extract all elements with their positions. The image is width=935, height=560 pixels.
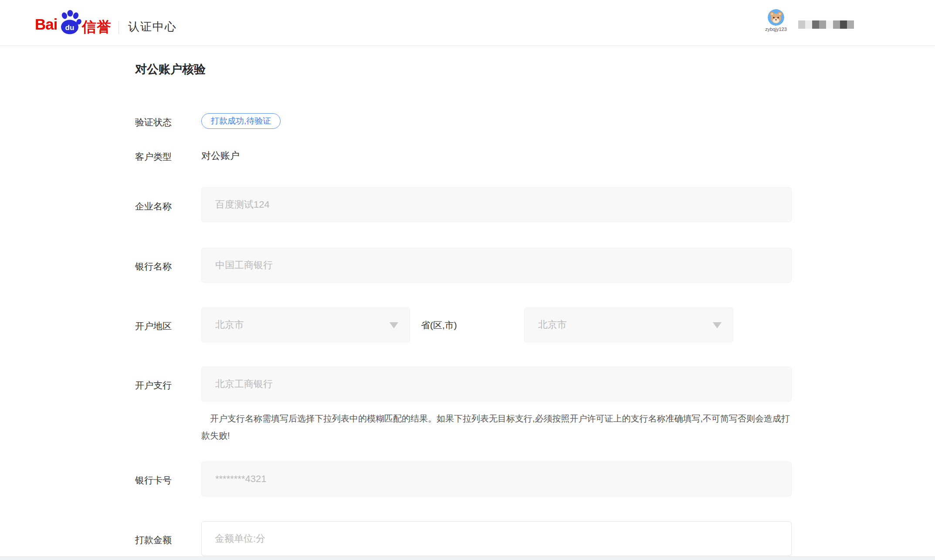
page: Bai du 信誉 认证中心 <box>0 0 935 560</box>
amount-input[interactable] <box>201 521 792 556</box>
company-name-value: 百度测试124 <box>215 188 270 222</box>
city-selected-value: 北京市 <box>538 308 567 342</box>
baidu-logo-bai: Bai <box>35 16 57 33</box>
region-middle-label: 省(区,市) <box>421 319 457 331</box>
card-number-field: ********4321 <box>201 462 792 496</box>
header-title: 认证中心 <box>128 19 177 34</box>
redacted-text-block <box>798 20 854 29</box>
branch-field: 北京工商银行 <box>201 367 792 401</box>
branch-value: 北京工商银行 <box>215 367 273 401</box>
branch-label: 开户支行 <box>135 379 172 391</box>
footer-strip <box>0 556 935 560</box>
header: Bai du 信誉 认证中心 <box>0 0 935 46</box>
baidu-logo-du: du <box>65 24 75 32</box>
bank-name-value: 中国工商银行 <box>215 248 273 282</box>
customer-type-label: 客户类型 <box>135 151 172 163</box>
bank-name-label: 银行名称 <box>135 260 172 273</box>
branch-hint: 开户支行名称需填写后选择下拉列表中的模糊匹配的结果。如果下拉列表无目标支行,必须… <box>201 410 795 444</box>
bank-name-field: 中国工商银行 <box>201 248 792 283</box>
card-number-label: 银行卡号 <box>135 474 172 486</box>
company-name-field: 百度测试124 <box>201 187 792 222</box>
province-selected-value: 北京市 <box>215 308 244 342</box>
branch-hint-line2: 款失败! <box>201 427 795 444</box>
page-title: 对公账户核验 <box>135 61 206 77</box>
card-number-value: ********4321 <box>215 462 266 496</box>
status-badge: 打款成功,待验证 <box>201 113 281 129</box>
bear-avatar-icon <box>768 9 784 26</box>
company-name-label: 企业名称 <box>135 200 172 213</box>
status-label: 验证状态 <box>135 116 172 128</box>
chevron-down-icon <box>390 322 398 328</box>
amount-label: 打款金额 <box>135 534 172 546</box>
city-select[interactable]: 北京市 <box>524 307 733 342</box>
region-label: 开户地区 <box>135 320 172 332</box>
user-avatar[interactable] <box>768 9 784 26</box>
header-divider <box>119 21 119 34</box>
province-select[interactable]: 北京市 <box>201 307 410 342</box>
username-label: zybqjy123 <box>762 27 790 32</box>
baidu-paw-icon: du <box>60 10 81 37</box>
chevron-down-icon <box>713 322 722 328</box>
customer-type-value: 对公账户 <box>201 149 240 162</box>
branch-hint-line1: 开户支行名称需填写后选择下拉列表中的模糊匹配的结果。如果下拉列表无目标支行,必须… <box>201 410 795 427</box>
baidu-logo-xinyu: 信誉 <box>82 17 112 37</box>
